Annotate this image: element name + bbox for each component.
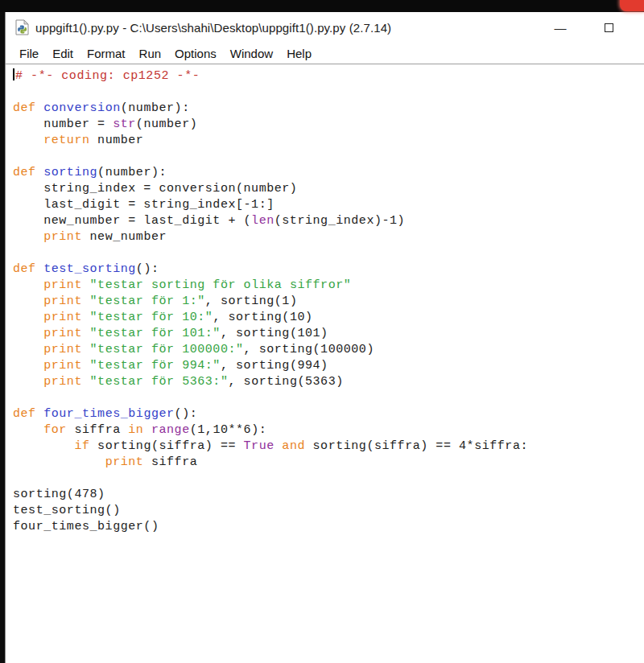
code-token: print (43, 359, 82, 373)
code-token: test_sorting (43, 262, 136, 276)
code-token (13, 423, 43, 437)
code-token: four_times_bigger() (13, 520, 159, 533)
code-token: (1,10**6): (190, 423, 267, 437)
menu-options[interactable]: Options (168, 45, 223, 62)
code-token (82, 327, 90, 340)
code-token: len (251, 214, 275, 228)
menu-help[interactable]: Help (280, 45, 318, 62)
code-token: siffra (67, 423, 128, 437)
code-line: print "testar för 101:", sorting(101) (13, 326, 644, 342)
code-token: siffra (143, 455, 197, 469)
code-token: test_sorting() (13, 504, 121, 517)
code-line: test_sorting() (13, 503, 644, 519)
minimize-button[interactable]: — (543, 12, 578, 43)
code-token (82, 375, 90, 389)
code-token (36, 407, 44, 421)
code-token: print (43, 343, 82, 356)
idle-editor-window: uppgift1().py.py - C:\Users\shahi\Deskto… (6, 12, 644, 663)
code-line: if sorting(siffra) == True and sorting(s… (13, 439, 644, 455)
code-token: conversion (43, 101, 121, 115)
code-line: print "testar för 100000:", sorting(1000… (13, 342, 644, 358)
python-file-icon (15, 19, 29, 35)
code-line: def four_times_bigger(): (13, 406, 644, 422)
code-token: new_number = last_digit + ( (13, 214, 251, 228)
code-token: if (74, 439, 89, 453)
code-line: return number (13, 133, 644, 149)
menu-window[interactable]: Window (224, 45, 279, 62)
code-token (82, 311, 90, 324)
maximize-button[interactable] (591, 12, 626, 43)
desktop-top-black-bar (0, 0, 644, 12)
code-token (36, 166, 44, 179)
code-line: sorting(478) (13, 487, 644, 503)
code-token (13, 455, 105, 469)
code-token (13, 343, 43, 356)
code-token (13, 439, 74, 453)
code-token: , sorting(994) (221, 359, 328, 373)
code-token: print (43, 311, 82, 324)
text-caret (13, 68, 14, 80)
menu-run[interactable]: Run (133, 45, 168, 62)
code-line: def sorting(number): (13, 165, 644, 181)
background-window-close-button[interactable] (620, 0, 644, 11)
code-token: and (282, 439, 305, 453)
code-line: print new_number (13, 229, 644, 245)
code-line (13, 471, 644, 487)
code-token: (): (175, 407, 198, 421)
code-token: , sorting(1) (205, 294, 298, 308)
code-token: return (43, 134, 89, 147)
code-token: (string_index)-1) (275, 214, 405, 228)
code-token: sorting (43, 166, 97, 179)
menu-edit[interactable]: Edit (46, 45, 80, 62)
code-token: number (90, 134, 144, 147)
code-line: for siffra in range(1,10**6): (13, 422, 644, 439)
minimize-glyph: — (555, 21, 567, 35)
code-token: (number) (136, 117, 197, 131)
code-token: "testar för 1:" (90, 294, 205, 308)
code-token: "testar sorting för olika siffror" (90, 278, 352, 292)
menu-format[interactable]: Format (80, 45, 132, 62)
code-token: sorting(478) (13, 488, 105, 501)
code-token: , sorting(5363) (228, 375, 343, 389)
code-token: , sorting(101) (221, 327, 328, 340)
code-token: range (151, 423, 190, 437)
code-token (82, 294, 90, 308)
code-line: print siffra (13, 455, 644, 471)
window-title: uppgift1().py.py - C:\Users\shahi\Deskto… (35, 21, 391, 35)
title-bar[interactable]: uppgift1().py.py - C:\Users\shahi\Deskto… (6, 12, 644, 43)
code-token: True (244, 439, 275, 453)
code-token (13, 294, 43, 308)
code-line (13, 149, 644, 165)
code-token: string_index = conversion(number) (13, 182, 297, 196)
code-token (82, 278, 90, 292)
code-line: new_number = last_digit + (len(string_in… (13, 213, 644, 229)
code-token: print (105, 455, 144, 469)
code-token: in (128, 423, 143, 437)
code-token (13, 327, 43, 340)
code-token: (number): (97, 166, 167, 179)
code-token (36, 101, 44, 115)
code-line: print "testar för 1:", sorting(1) (13, 294, 644, 310)
code-line: print "testar för 5363:", sorting(5363) (13, 374, 644, 390)
code-token: def (13, 407, 36, 421)
menu-file[interactable]: File (13, 45, 45, 62)
code-line (13, 245, 644, 261)
code-line (13, 390, 644, 406)
code-token (36, 262, 44, 276)
code-token: number = (13, 117, 113, 131)
code-line: number = str(number) (13, 117, 644, 133)
desktop-left-black-strip (0, 12, 6, 663)
code-editor-area[interactable]: # -*- coding: cp1252 -*- def conversion(… (6, 64, 644, 662)
code-token: print (43, 230, 82, 244)
code-token: print (43, 278, 82, 292)
code-line: print "testar för 10:", sorting(10) (13, 310, 644, 326)
maximize-glyph (605, 23, 613, 32)
code-token: def (13, 166, 36, 179)
code-token (82, 343, 90, 356)
code-line: # -*- coding: cp1252 -*- (13, 68, 644, 84)
code-token: "testar för 10:" (90, 311, 213, 324)
code-token (143, 423, 151, 437)
code-token (13, 375, 43, 389)
code-token: last_digit = string_index[-1:] (13, 198, 275, 212)
code-token: new_number (82, 230, 167, 244)
